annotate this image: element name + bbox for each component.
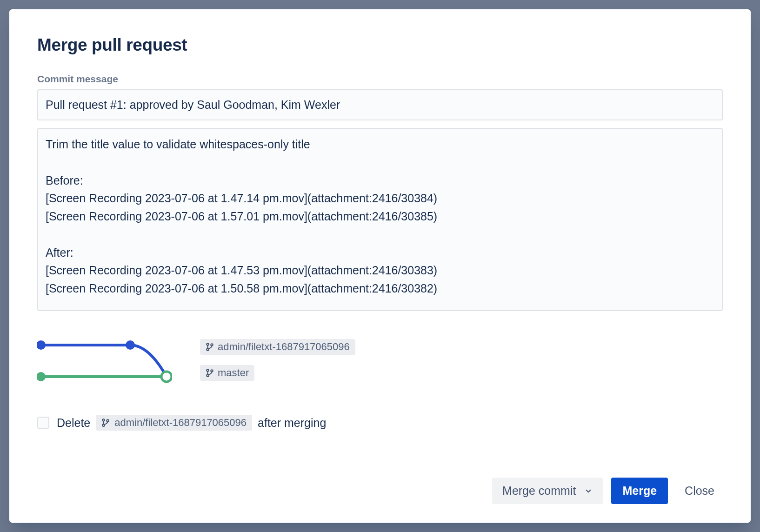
svg-point-14 [107, 419, 109, 422]
delete-suffix-text: after merging [258, 416, 326, 430]
merge-strategy-select[interactable]: Merge commit [492, 478, 603, 504]
delete-branch-option: Delete admin/filetxt-1687917065096 after… [37, 415, 723, 431]
branch-diagram: admin/filetxt-1687917065096 master [37, 337, 723, 383]
branch-labels: admin/filetxt-1687917065096 master [200, 339, 355, 381]
merge-pull-request-dialog: Merge pull request Commit message Trim t… [9, 9, 751, 523]
svg-point-11 [211, 370, 213, 372]
svg-point-6 [207, 343, 209, 346]
dialog-footer: Merge commit Merge Close [37, 478, 723, 504]
commit-subject-input[interactable] [37, 89, 723, 120]
source-branch-tag: admin/filetxt-1687917065096 [200, 339, 355, 355]
svg-point-7 [207, 348, 209, 351]
svg-point-10 [207, 374, 209, 377]
svg-point-13 [103, 424, 105, 426]
merge-button[interactable]: Merge [611, 478, 668, 504]
svg-point-2 [37, 340, 46, 350]
close-button[interactable]: Close [676, 478, 723, 504]
svg-point-5 [161, 372, 172, 382]
target-branch-tag: master [200, 365, 254, 381]
target-branch-name: master [218, 367, 249, 379]
svg-point-4 [37, 372, 46, 381]
branch-icon [206, 342, 214, 352]
dialog-title: Merge pull request [37, 35, 723, 55]
svg-point-12 [103, 419, 105, 421]
delete-branch-name: admin/filetxt-1687917065096 [114, 417, 247, 429]
delete-branch-tag: admin/filetxt-1687917065096 [96, 415, 252, 431]
branch-icon [206, 368, 214, 378]
svg-point-8 [211, 344, 213, 346]
svg-point-3 [126, 340, 135, 350]
delete-prefix-text: Delete [57, 416, 90, 430]
commit-message-label: Commit message [37, 73, 723, 85]
source-branch-name: admin/filetxt-1687917065096 [218, 341, 350, 353]
chevron-down-icon [584, 487, 593, 495]
merge-strategy-label: Merge commit [502, 484, 576, 498]
branch-icon [101, 418, 110, 427]
commit-body-textarea[interactable]: Trim the title value to validate whitesp… [37, 128, 723, 311]
merge-graph [37, 337, 172, 383]
delete-branch-checkbox[interactable] [37, 417, 49, 429]
svg-point-9 [207, 369, 209, 372]
